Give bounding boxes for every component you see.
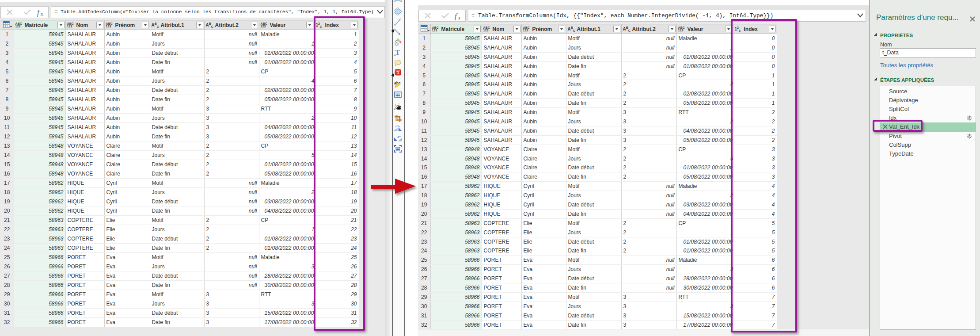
svg-text:f: f xyxy=(37,8,40,17)
svg-text:f: f xyxy=(455,12,458,20)
svg-text:x: x xyxy=(458,15,461,21)
svg-text:x: x xyxy=(40,11,43,17)
svg-text:1: 1 xyxy=(397,70,399,75)
